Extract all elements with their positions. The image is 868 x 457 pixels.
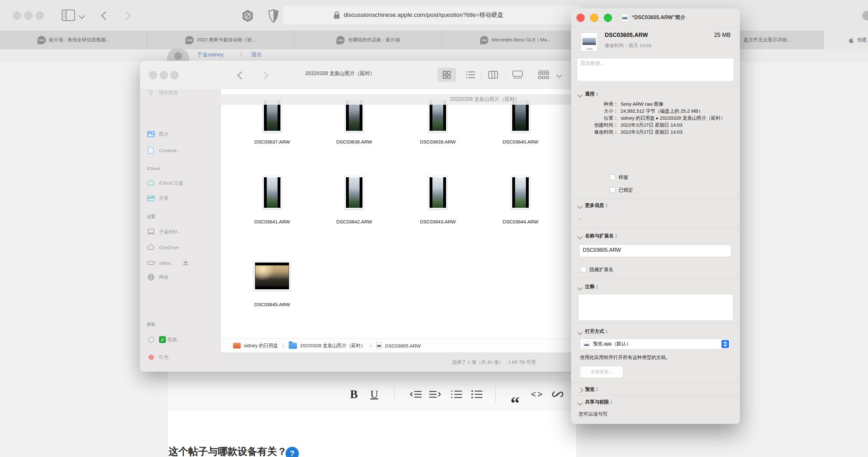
sidebar-item-icloud-drive[interactable]: iCloud 云盘 — [147, 178, 183, 188]
file-thumbnail[interactable] — [510, 176, 530, 209]
info-minimize-button[interactable] — [590, 14, 598, 22]
finder-minimize-button[interactable] — [160, 71, 168, 79]
logout-link[interactable]: 退出 — [251, 51, 262, 58]
folder-icon — [289, 343, 297, 349]
finder-back-icon[interactable] — [237, 71, 245, 79]
pictures-icon — [147, 130, 155, 138]
sidebar-item-tag-red[interactable]: 红色 — [147, 352, 168, 362]
breadcrumb-folder[interactable]: 20220328 龙泉山照片（延时） — [300, 343, 366, 349]
stationery-checkbox[interactable] — [610, 174, 616, 180]
info-file-size: 25 MB — [676, 32, 731, 38]
browser-close-button[interactable] — [13, 11, 21, 20]
group-chevron-icon[interactable] — [556, 72, 562, 78]
eject-icon[interactable] — [183, 260, 189, 265]
browser-minimize-button[interactable] — [24, 11, 32, 20]
section-sharing: 共享与权限： — [585, 399, 614, 405]
section-comments: 注释： — [585, 284, 599, 290]
tab-6-active[interactable]: 创建... — [824, 31, 868, 49]
indent-button[interactable] — [426, 379, 444, 409]
info-close-button[interactable] — [577, 14, 585, 22]
view-columns-button[interactable] — [485, 68, 501, 82]
tab-2[interactable]: new 2022 奥斯卡最佳动画《皆... — [147, 31, 294, 49]
sidebar-item-airdrop[interactable]: 隔空投送 — [147, 88, 178, 97]
file-thumbnail[interactable] — [262, 176, 282, 209]
hide-extension-checkbox[interactable] — [581, 267, 586, 273]
outdent-button[interactable] — [407, 379, 425, 409]
link-button[interactable] — [549, 379, 566, 409]
status-text: 选择了 1 项（共 41 项），1.65 TB 可用 — [452, 359, 536, 365]
finder-close-button[interactable] — [149, 71, 157, 79]
sidebar-item-mac[interactable]: 子鉴的M... — [147, 227, 181, 236]
file-name[interactable]: DSC03645.ARW — [237, 302, 307, 307]
finder-forward-icon[interactable] — [260, 71, 268, 79]
change-all-button[interactable]: 全部更改... — [580, 366, 623, 378]
locked-checkbox[interactable] — [610, 187, 616, 193]
file-name[interactable]: DSC03643.ARW — [403, 219, 473, 224]
view-grid-button[interactable] — [437, 68, 456, 82]
sidebar-item-network[interactable]: 网络 — [147, 273, 168, 282]
open-with-dropdown[interactable]: 预览.app（默认） — [580, 339, 731, 349]
quote-button[interactable]: “ — [506, 379, 524, 419]
finder-titlebar: 20220328 龙泉山照片（延时） — [140, 61, 576, 89]
breadcrumb-file[interactable]: DSC03605.ARW — [385, 343, 421, 348]
file-name[interactable]: DSC03642.ARW — [319, 219, 389, 224]
code-button[interactable]: <> — [528, 379, 546, 409]
general-chevron-icon[interactable] — [578, 92, 583, 98]
cloud-icon — [147, 179, 155, 187]
section-general: 通用： — [585, 91, 599, 97]
username-link[interactable]: 于金sidney — [197, 51, 223, 58]
privacy-report-icon[interactable] — [241, 9, 255, 23]
tags-input[interactable]: 添加标签... — [577, 58, 734, 82]
tab-3[interactable]: new 光耀哇的作品集 - 新片场 — [294, 31, 442, 49]
globe-icon — [147, 273, 155, 281]
toolbar-partial-button[interactable] — [862, 11, 868, 20]
preview-chevron-icon[interactable] — [578, 388, 583, 393]
forward-icon[interactable] — [122, 11, 131, 20]
file-thumbnail[interactable] — [428, 176, 448, 209]
file-name[interactable]: DSC03640.ARW — [486, 139, 555, 144]
ordered-list-button[interactable] — [448, 379, 465, 409]
sidebar-chevron-icon[interactable] — [79, 12, 85, 19]
file-name[interactable]: DSC03644.ARW — [486, 219, 555, 224]
name-ext-chevron-icon[interactable] — [578, 234, 583, 240]
file-name[interactable]: DSC03639.ARW — [403, 139, 473, 144]
sharing-chevron-icon[interactable] — [578, 400, 583, 406]
info-window-title: “DSC03605.ARW”简介 — [632, 14, 685, 21]
info-zoom-button[interactable] — [604, 14, 612, 22]
red-tag-icon — [149, 354, 154, 360]
sidebar-item-disk[interactable]: sidne... — [147, 258, 189, 268]
comments-field[interactable] — [578, 294, 733, 321]
sidebar-item-creative[interactable]: Creative... — [147, 145, 181, 155]
sidebar-toggle-icon[interactable] — [62, 9, 75, 21]
sidebar-item-tag-orange[interactable]: 橙色 — [147, 370, 168, 372]
bold-button[interactable]: B — [346, 379, 362, 409]
breadcrumb-disk[interactable]: sidney 的日用盘 — [244, 343, 278, 349]
finder-zoom-button[interactable] — [170, 71, 179, 79]
shield-icon[interactable] — [268, 9, 279, 23]
bullet-list-button[interactable] — [468, 379, 486, 409]
shared-folder-icon — [147, 194, 155, 202]
url-bar[interactable]: discussionschinese.apple.com/post/questi… — [282, 5, 583, 25]
open-with-chevron-icon[interactable] — [578, 330, 583, 335]
comments-chevron-icon[interactable] — [578, 285, 583, 291]
file-name[interactable]: DSC03638.ARW — [319, 139, 389, 144]
browser-zoom-button[interactable] — [36, 11, 44, 20]
sidebar-item-onedrive[interactable]: OneDrive — [147, 242, 179, 252]
underline-button[interactable]: U — [366, 379, 382, 409]
tab-4[interactable]: new Mercedes Benz GLE｜Ma... — [442, 31, 589, 49]
tab-1[interactable]: new 新片场 - 发现全球优质视频... — [0, 31, 147, 49]
view-list-button[interactable] — [464, 68, 477, 82]
sidebar-item-pictures[interactable]: 图片 — [147, 129, 168, 139]
view-gallery-button[interactable] — [509, 68, 526, 82]
more-info-chevron-icon[interactable] — [578, 204, 583, 209]
file-thumbnail[interactable] — [253, 261, 290, 291]
sharing-value: 您可以读与写 — [579, 411, 607, 417]
sidebar-item-tag-video[interactable]: ✓ 视频... — [147, 335, 181, 344]
file-name[interactable]: DSC03637.ARW — [237, 139, 307, 144]
filename-field[interactable]: DSC03605.ARW — [579, 245, 731, 257]
group-by-button[interactable] — [535, 68, 553, 82]
sidebar-item-shared[interactable]: 共享 — [147, 194, 168, 203]
file-thumbnail[interactable] — [344, 176, 364, 209]
file-name[interactable]: DSC03641.ARW — [237, 219, 307, 224]
back-icon[interactable] — [101, 11, 110, 20]
